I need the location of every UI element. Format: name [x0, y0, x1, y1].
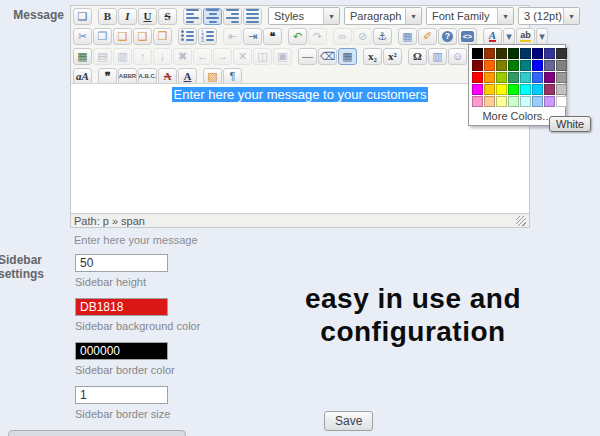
color-swatch-993300[interactable] — [484, 48, 495, 59]
color-swatch-333399[interactable] — [544, 48, 555, 59]
underline-button[interactable]: U — [138, 8, 157, 25]
sidebar-border-color-input[interactable] — [75, 342, 168, 360]
acronym-button[interactable]: A.B.C. — [138, 68, 157, 85]
color-swatch-ffff00[interactable] — [496, 84, 507, 95]
color-swatch-ff0000[interactable] — [472, 72, 483, 83]
color-swatch-333333[interactable] — [556, 48, 567, 59]
insert-attributes-button[interactable]: ▧ — [203, 68, 222, 85]
color-swatch-800000[interactable] — [472, 60, 483, 71]
color-swatch-ff99cc[interactable] — [472, 96, 483, 107]
color-swatch-808080[interactable] — [556, 60, 567, 71]
color-swatch-00ffff[interactable] — [520, 84, 531, 95]
color-swatch-c0c0c0[interactable] — [556, 84, 567, 95]
emotions-button[interactable]: ☺ — [448, 48, 467, 65]
color-swatch-666699[interactable] — [544, 60, 555, 71]
strikethrough-button[interactable]: S — [158, 8, 177, 25]
abbreviation-button[interactable]: ABBR — [118, 68, 137, 85]
visual-aid-button[interactable]: ▦ — [338, 48, 357, 65]
backcolor-arrow-button[interactable]: ▾ — [536, 28, 548, 45]
align-left-button[interactable] — [183, 8, 202, 25]
color-swatch-008000[interactable] — [508, 60, 519, 71]
color-swatch-800080[interactable] — [544, 72, 555, 83]
color-swatch-ffcc00[interactable] — [484, 84, 495, 95]
copy-button[interactable]: ❐ — [93, 28, 112, 45]
numbered-list-button[interactable]: 123 — [198, 28, 217, 45]
styles-select[interactable]: Styles▾ — [268, 7, 340, 25]
bold-button[interactable]: B — [98, 8, 117, 25]
align-justify-button[interactable] — [243, 8, 262, 25]
color-swatch-ffff99[interactable] — [496, 96, 507, 107]
selected-text[interactable]: Enter here your message to your customer… — [172, 87, 429, 102]
editor-content-area[interactable]: Enter here your message to your customer… — [71, 83, 529, 215]
color-swatch-99cc00[interactable] — [496, 72, 507, 83]
font-size-select[interactable]: 3 (12pt)▾ — [518, 7, 580, 25]
subscript-button[interactable]: x₂ — [363, 48, 382, 65]
color-swatch-ffcc99[interactable] — [484, 96, 495, 107]
color-swatch-ff9900[interactable] — [484, 72, 495, 83]
paste-from-word-button[interactable]: ❒ — [153, 28, 172, 45]
indent-button[interactable]: ⇥ — [243, 28, 262, 45]
style-properties-button[interactable]: aA — [73, 68, 92, 85]
insertion-button[interactable]: A — [178, 68, 197, 85]
undo-button[interactable]: ↶ — [288, 28, 307, 45]
italic-button[interactable]: I — [118, 8, 137, 25]
paragraph-select[interactable]: Paragraph▾ — [344, 7, 422, 25]
color-swatch-ff00ff[interactable] — [472, 84, 483, 95]
insert-table-button[interactable]: ▦ — [73, 48, 92, 65]
forecolor-button[interactable]: A — [483, 28, 502, 45]
align-right-button[interactable] — [223, 8, 242, 25]
deletion-button[interactable]: A — [158, 68, 177, 85]
new-document-button[interactable]: ❏ — [73, 8, 92, 25]
color-swatch-003300[interactable] — [508, 48, 519, 59]
color-swatch-ffffff[interactable] — [556, 96, 567, 107]
color-swatch-000000[interactable] — [472, 48, 483, 59]
blockquote-button[interactable]: ❝ — [263, 28, 282, 45]
color-swatch-ff6600[interactable] — [484, 60, 495, 71]
anchor-button[interactable]: ⚓ — [373, 28, 392, 45]
insert-media-button[interactable]: ▥ — [428, 48, 447, 65]
color-swatch-339966[interactable] — [508, 72, 519, 83]
forecolor-arrow-button[interactable]: ▾ — [503, 28, 515, 45]
color-swatch-008080[interactable] — [520, 60, 531, 71]
citation-button[interactable]: ❞ — [98, 68, 117, 85]
chevron-down-icon[interactable]: ▾ — [405, 8, 421, 24]
color-swatch-333300[interactable] — [496, 48, 507, 59]
chevron-down-icon[interactable]: ▾ — [323, 8, 339, 24]
paste-as-text-button[interactable]: ❑ — [133, 28, 152, 45]
color-swatch-003366[interactable] — [520, 48, 531, 59]
font-family-select[interactable]: Font Family▾ — [426, 7, 514, 25]
color-swatch-000080[interactable] — [532, 48, 543, 59]
color-swatch-cc99ff[interactable] — [544, 96, 555, 107]
color-swatch-808000[interactable] — [496, 60, 507, 71]
color-swatch-3366ff[interactable] — [532, 72, 543, 83]
resize-grip-icon[interactable] — [516, 216, 526, 226]
sidebar-background-color-input[interactable] — [75, 298, 168, 316]
sidebar-height-input[interactable] — [75, 254, 168, 272]
color-swatch-999999[interactable] — [556, 72, 567, 83]
color-swatch-00ff00[interactable] — [508, 84, 519, 95]
superscript-button[interactable]: x² — [383, 48, 402, 65]
cleanup-code-button[interactable]: ✐ — [418, 28, 437, 45]
remove-formatting-button[interactable]: ⌫ — [318, 48, 337, 65]
cut-button[interactable]: ✂ — [73, 28, 92, 45]
special-character-button[interactable]: Ω — [408, 48, 427, 65]
bullet-list-button[interactable] — [178, 28, 197, 45]
chevron-down-icon[interactable]: ▾ — [497, 8, 513, 24]
color-swatch-99ccff[interactable] — [532, 96, 543, 107]
color-swatch-ccffcc[interactable] — [508, 96, 519, 107]
color-swatch-00ccff[interactable] — [532, 84, 543, 95]
visual-characters-button[interactable]: ¶ — [223, 68, 242, 85]
paste-button[interactable]: ❑ — [113, 28, 132, 45]
color-swatch-993366[interactable] — [544, 84, 555, 95]
sidebar-border-size-input[interactable] — [75, 386, 168, 404]
backcolor-button[interactable]: ab — [516, 28, 535, 45]
html-source-button[interactable]: <> — [458, 28, 477, 45]
insert-image-button[interactable]: ▦ — [398, 28, 417, 45]
chevron-down-icon[interactable]: ▾ — [563, 8, 579, 24]
color-swatch-0000ff[interactable] — [532, 60, 543, 71]
align-center-button[interactable] — [203, 8, 222, 25]
save-button[interactable]: Save — [324, 411, 373, 431]
color-swatch-33cccc[interactable] — [520, 72, 531, 83]
help-button[interactable]: ? — [438, 28, 457, 45]
color-swatch-ccffff[interactable] — [520, 96, 531, 107]
